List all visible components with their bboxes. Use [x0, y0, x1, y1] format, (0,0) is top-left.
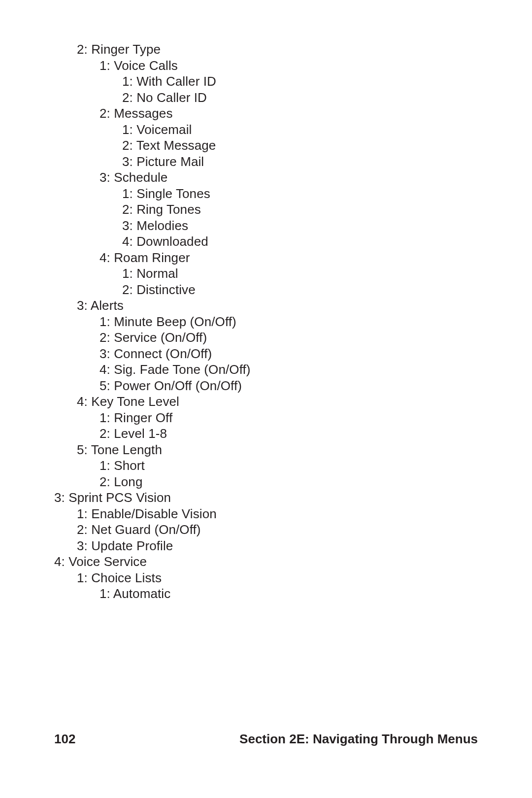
outline-line: 1: Choice Lists: [54, 570, 478, 586]
outline-line: 3: Picture Mail: [54, 154, 478, 170]
page-number: 102: [54, 732, 75, 747]
outline-line: 2: No Caller ID: [54, 90, 478, 106]
section-title: Section 2E: Navigating Through Menus: [239, 732, 478, 747]
page: 2: Ringer Type1: Voice Calls1: With Call…: [0, 0, 532, 798]
page-footer: 102 Section 2E: Navigating Through Menus: [54, 732, 478, 747]
outline-line: 3: Update Profile: [54, 538, 478, 554]
outline-line: 2: Text Message: [54, 137, 478, 154]
outline-line: 4: Voice Service: [54, 554, 478, 570]
outline-line: 2: Messages: [54, 105, 478, 122]
outline-line: 1: Single Tones: [54, 186, 478, 202]
outline-line: 2: Net Guard (On/Off): [54, 522, 478, 538]
outline-line: 5: Power On/Off (On/Off): [54, 378, 478, 394]
outline-line: 1: With Caller ID: [54, 73, 478, 90]
outline-line: 1: Voice Calls: [54, 58, 478, 74]
outline-line: 4: Downloaded: [54, 233, 478, 250]
outline-line: 3: Melodies: [54, 218, 478, 234]
outline-line: 2: Long: [54, 474, 478, 490]
outline-line: 5: Tone Length: [54, 442, 478, 458]
outline-line: 3: Alerts: [54, 298, 478, 314]
outline-line: 2: Service (On/Off): [54, 330, 478, 346]
outline-line: 3: Sprint PCS Vision: [54, 490, 478, 506]
outline-line: 1: Short: [54, 458, 478, 474]
outline-line: 3: Schedule: [54, 169, 478, 186]
outline-line: 4: Roam Ringer: [54, 250, 478, 266]
outline-line: 1: Ringer Off: [54, 410, 478, 426]
outline-line: 3: Connect (On/Off): [54, 346, 478, 362]
outline-line: 2: Ring Tones: [54, 201, 478, 218]
outline-line: 1: Minute Beep (On/Off): [54, 314, 478, 330]
outline-line: 2: Ringer Type: [54, 41, 478, 58]
outline-line: 2: Distinctive: [54, 282, 478, 298]
outline-line: 2: Level 1-8: [54, 426, 478, 442]
outline-line: 1: Automatic: [54, 586, 478, 602]
outline-line: 4: Key Tone Level: [54, 394, 478, 410]
outline-line: 4: Sig. Fade Tone (On/Off): [54, 362, 478, 378]
outline-line: 1: Enable/Disable Vision: [54, 506, 478, 522]
menu-outline: 2: Ringer Type1: Voice Calls1: With Call…: [54, 41, 478, 602]
outline-line: 1: Voicemail: [54, 122, 478, 138]
outline-line: 1: Normal: [54, 266, 478, 282]
